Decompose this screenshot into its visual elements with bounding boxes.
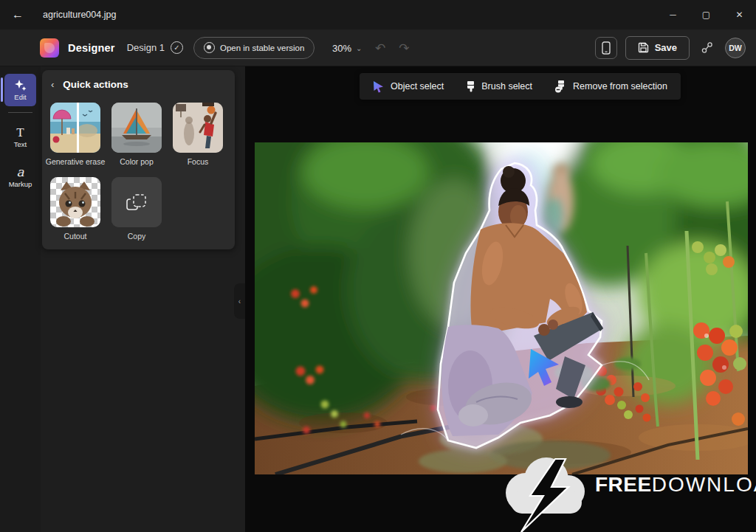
text-tool-icon: T: [16, 126, 24, 139]
brush-select-label: Brush select: [481, 81, 532, 91]
markup-pen-icon: a: [16, 166, 24, 179]
share-icon: [701, 41, 714, 55]
app-toolbar: Designer Design 1 ✓ Open in stable versi…: [0, 30, 756, 66]
tile-label[interactable]: Copy: [103, 232, 171, 241]
chevron-left-icon: ‹: [238, 297, 241, 305]
cloud-saved-icon: ✓: [171, 41, 183, 54]
watermark-text: FREEDOWNLOAD: [595, 473, 756, 497]
remove-selection-icon: [554, 80, 567, 93]
object-select-button[interactable]: Object select: [373, 80, 444, 93]
brush-icon: [466, 80, 475, 92]
color-pop-thumbnail: [111, 103, 162, 153]
workspace: Edit T Text a Markup ‹ Quick actions: [0, 66, 756, 532]
watermark-download: DOWNLOAD: [652, 473, 756, 496]
save-button[interactable]: Save: [625, 36, 690, 60]
quick-action-color-pop[interactable]: [111, 103, 162, 153]
back-arrow-icon: ←: [12, 8, 24, 21]
watermark-cloud-icon: [496, 450, 592, 532]
quick-actions-header: ‹ Quick actions: [51, 79, 128, 90]
object-select-cursor-icon: [373, 80, 385, 93]
focus-thumbnail: [173, 103, 223, 153]
stable-version-icon: [204, 42, 215, 53]
cutout-thumbnail: [50, 177, 100, 227]
left-rail: Edit T Text a Markup: [0, 66, 41, 532]
tile-label[interactable]: Generative erase: [41, 157, 109, 166]
avatar[interactable]: DW: [725, 38, 746, 58]
share-button[interactable]: [698, 38, 717, 58]
zoom-control[interactable]: 30% ⌄: [332, 30, 362, 66]
app-name: Designer: [68, 42, 115, 54]
phone-icon: [601, 41, 611, 55]
designer-app-window: ← agriculture004.jpg ─ ▢ ✕ Designer Desi…: [0, 0, 756, 532]
open-stable-version-button[interactable]: Open in stable version: [193, 37, 315, 59]
copy-icon: [111, 177, 162, 227]
tile-label[interactable]: Focus: [164, 157, 232, 166]
window-controls: ─ ▢ ✕: [656, 0, 756, 30]
maximize-button[interactable]: ▢: [690, 0, 723, 30]
mobile-preview-button[interactable]: [595, 37, 617, 59]
brush-select-button[interactable]: Brush select: [466, 80, 532, 92]
remove-from-selection-label: Remove from selection: [573, 81, 667, 91]
quick-action-copy[interactable]: [111, 177, 162, 227]
greenhouse-photo: [255, 142, 748, 474]
quick-actions-panel: ‹ Quick actions: [42, 70, 235, 249]
design-name[interactable]: Design 1: [127, 42, 165, 53]
remove-from-selection-button[interactable]: Remove from selection: [554, 80, 667, 93]
panel-collapse-handle[interactable]: ‹: [234, 283, 245, 319]
toolbar-right-group: Save DW: [595, 36, 746, 60]
undo-icon[interactable]: ↶: [375, 41, 385, 56]
zoom-level[interactable]: 30%: [332, 43, 351, 54]
minimize-button[interactable]: ─: [656, 0, 690, 30]
tab-text-label: Text: [14, 140, 27, 148]
save-icon: [638, 42, 649, 53]
tab-markup[interactable]: a Markup: [4, 161, 36, 193]
close-button[interactable]: ✕: [723, 0, 756, 30]
panel-title: Quick actions: [63, 79, 128, 90]
watermark-free: FREE: [595, 473, 652, 496]
open-stable-version-label: Open in stable version: [220, 44, 304, 52]
canvas-image[interactable]: [255, 142, 748, 474]
quick-action-cutout[interactable]: [50, 177, 100, 227]
panel-back-button[interactable]: ‹: [51, 79, 54, 90]
sparkles-icon: [14, 80, 27, 91]
active-tab-indicator: [1, 77, 3, 102]
avatar-initials: DW: [729, 44, 742, 52]
chevron-down-icon: ⌄: [356, 44, 362, 52]
history-controls: ↶ ↷: [375, 30, 410, 66]
selection-toolbar: Object select Brush select Remove from s…: [360, 73, 681, 100]
quick-action-focus[interactable]: [173, 103, 223, 153]
designer-logo-icon[interactable]: [40, 38, 59, 58]
generative-erase-thumbnail: [50, 103, 100, 153]
tab-edit[interactable]: Edit: [4, 74, 36, 106]
tab-text[interactable]: T Text: [4, 121, 36, 153]
title-bar: ← agriculture004.jpg ─ ▢ ✕: [0, 0, 756, 30]
rail-divider: [8, 112, 32, 113]
tab-edit-label: Edit: [14, 93, 26, 101]
save-label: Save: [655, 42, 677, 53]
tile-label[interactable]: Cutout: [41, 232, 109, 241]
quick-action-generative-erase[interactable]: [50, 103, 100, 153]
document-title: agriculture004.jpg: [43, 10, 116, 20]
back-button[interactable]: ←: [6, 4, 30, 25]
tab-markup-label: Markup: [9, 180, 32, 188]
object-select-label: Object select: [391, 81, 444, 91]
tile-label[interactable]: Color pop: [103, 157, 171, 166]
redo-icon[interactable]: ↷: [399, 41, 409, 56]
